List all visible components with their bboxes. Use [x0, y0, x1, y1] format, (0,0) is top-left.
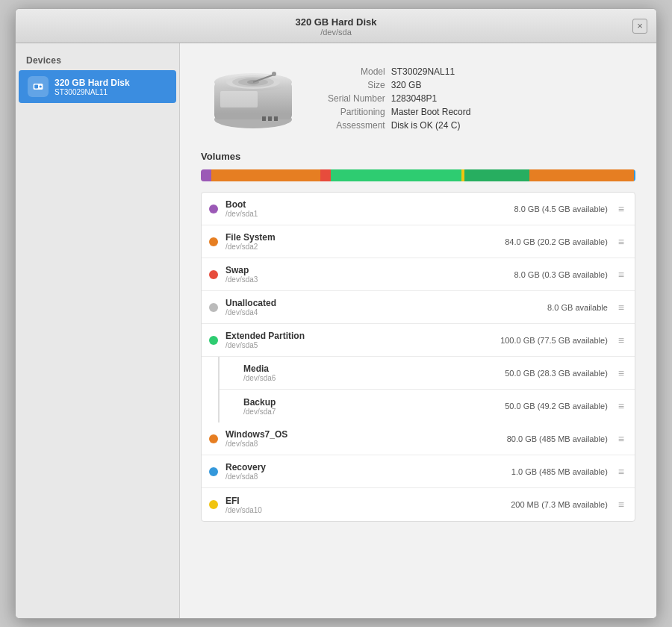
window-subtitle: /dev/sda [295, 28, 376, 37]
volume-name: Boot [225, 199, 514, 210]
main-window: 320 GB Hard Disk /dev/sda × Devices 320 … [15, 8, 657, 619]
svg-rect-15 [274, 116, 278, 121]
volume-names: EFI /dev/sda10 [225, 496, 511, 514]
volume-dev: /dev/sda2 [225, 243, 505, 251]
serial-label: Serial Number [328, 92, 391, 105]
volume-size: 8.0 GB (0.3 GB available) [514, 270, 607, 279]
volume-names: File System /dev/sda2 [225, 232, 505, 251]
partition-segment [211, 169, 320, 181]
volume-name: Swap [225, 265, 514, 275]
volumes-section: Volumes Boot /dev/sda1 8.0 GB (4.5 GB av… [201, 151, 635, 522]
volume-dev: /dev/sda1 [225, 210, 514, 218]
volume-dot [209, 467, 218, 476]
volume-size: 50.0 GB (49.2 GB available) [505, 402, 608, 411]
volume-menu-button[interactable]: ≡ [615, 464, 627, 479]
model-label: Model [328, 65, 391, 78]
volume-menu-button[interactable]: ≡ [615, 267, 627, 282]
volume-size: 84.0 GB (20.2 GB available) [505, 237, 608, 246]
volume-dot [209, 205, 218, 213]
volume-name: EFI [225, 496, 511, 506]
volume-row: EFI /dev/sda10 200 MB (7.3 MB available)… [202, 488, 635, 521]
volume-size: 200 MB (7.3 MB available) [511, 500, 608, 509]
hdd-icon [28, 76, 49, 97]
volume-dev: /dev/sda8 [225, 472, 511, 481]
extended-partition-container: Media /dev/sda6 50.0 GB (28.3 GB availab… [218, 357, 635, 422]
volume-row: File System /dev/sda2 84.0 GB (20.2 GB a… [202, 225, 635, 258]
volume-dev: /dev/sda7 [243, 408, 505, 416]
partition-segment [464, 169, 529, 181]
volume-menu-button[interactable]: ≡ [615, 366, 627, 381]
volume-size: 1.0 GB (485 MB available) [511, 467, 608, 476]
sidebar-item-sub: ST30029NAL11 [55, 88, 130, 96]
disk-icon-wrap [201, 61, 305, 136]
volume-menu-button[interactable]: ≡ [615, 300, 627, 315]
svg-point-11 [272, 72, 276, 76]
volume-menu-button[interactable]: ≡ [615, 333, 627, 348]
volume-size: 8.0 GB (4.5 GB available) [514, 205, 607, 213]
svg-rect-14 [268, 116, 272, 121]
sidebar-item-text: 320 GB Hard Disk ST30029NAL11 [55, 78, 130, 96]
window-body: Devices 320 GB Hard Disk ST30029NAL11 [16, 43, 656, 618]
volume-row: Windows7_OS /dev/sda8 80.0 GB (485 MB av… [202, 422, 635, 455]
svg-point-2 [40, 85, 42, 87]
titlebar-text: 320 GB Hard Disk /dev/sda [295, 16, 376, 37]
volume-dev: /dev/sda4 [225, 308, 547, 316]
volume-row: Extended Partition /dev/sda5 100.0 GB (7… [202, 324, 635, 357]
volume-dev: /dev/sda5 [225, 341, 500, 349]
volume-name: Media [243, 364, 505, 374]
volume-row: Media /dev/sda6 50.0 GB (28.3 GB availab… [220, 357, 635, 390]
volume-dot [209, 336, 218, 345]
volume-list: Boot /dev/sda1 8.0 GB (4.5 GB available)… [201, 192, 635, 522]
volume-names: Extended Partition /dev/sda5 [225, 331, 500, 349]
volume-names: Boot /dev/sda1 [225, 199, 514, 218]
sidebar-item-hdd[interactable]: 320 GB Hard Disk ST30029NAL11 [19, 70, 176, 103]
volume-row: Boot /dev/sda1 8.0 GB (4.5 GB available)… [202, 193, 635, 225]
close-button[interactable]: × [632, 19, 647, 34]
volume-menu-button[interactable]: ≡ [615, 497, 627, 512]
volume-menu-button[interactable]: ≡ [615, 399, 627, 414]
volume-dev: /dev/sda8 [225, 440, 507, 448]
volume-name: Unallocated [225, 298, 547, 308]
partitioning-label: Partitioning [328, 105, 391, 119]
partition-bar [201, 169, 635, 181]
partitioning-value: Master Boot Record [391, 105, 476, 119]
volume-dot [227, 369, 236, 378]
volume-names: Swap /dev/sda3 [225, 265, 514, 284]
disk-details: Model ST30029NAL11 Size 320 GB Serial Nu… [328, 65, 475, 132]
volume-dot [209, 270, 218, 279]
svg-rect-12 [216, 113, 290, 119]
volume-dev: /dev/sda10 [225, 506, 511, 514]
partition-segment [529, 169, 634, 181]
volume-name: Windows7_OS [225, 429, 507, 440]
volume-dot [209, 237, 218, 246]
svg-rect-16 [220, 91, 258, 107]
svg-rect-1 [34, 85, 38, 89]
disk-illustration [208, 61, 298, 136]
disk-info: Model ST30029NAL11 Size 320 GB Serial Nu… [201, 61, 635, 136]
main-content: Model ST30029NAL11 Size 320 GB Serial Nu… [180, 43, 656, 618]
volume-menu-button[interactable]: ≡ [615, 431, 627, 446]
volume-row: Backup /dev/sda7 50.0 GB (49.2 GB availa… [220, 390, 635, 422]
volume-names: Unallocated /dev/sda4 [225, 298, 547, 316]
volume-name: Recovery [225, 462, 511, 472]
volume-dot [209, 500, 218, 509]
volume-dev: /dev/sda3 [225, 275, 514, 284]
assessment-label: Assessment [328, 119, 391, 132]
volume-size: 50.0 GB (28.3 GB available) [505, 369, 608, 378]
volume-size: 8.0 GB available [547, 303, 608, 312]
volume-names: Windows7_OS /dev/sda8 [225, 429, 507, 448]
serial-value: 1283048P1 [391, 92, 476, 105]
volume-row: Swap /dev/sda3 8.0 GB (0.3 GB available)… [202, 258, 635, 291]
volume-names: Backup /dev/sda7 [243, 397, 505, 416]
window-title: 320 GB Hard Disk [295, 16, 376, 28]
volume-dev: /dev/sda6 [243, 374, 505, 382]
size-label: Size [328, 78, 391, 92]
volume-menu-button[interactable]: ≡ [615, 234, 627, 249]
partition-segment [331, 169, 461, 181]
size-value: 320 GB [391, 78, 476, 92]
titlebar: 320 GB Hard Disk /dev/sda × [16, 9, 656, 43]
volume-names: Media /dev/sda6 [243, 364, 505, 382]
volume-menu-button[interactable]: ≡ [615, 202, 627, 216]
volume-name: File System [225, 232, 505, 243]
volume-name: Backup [243, 397, 505, 408]
